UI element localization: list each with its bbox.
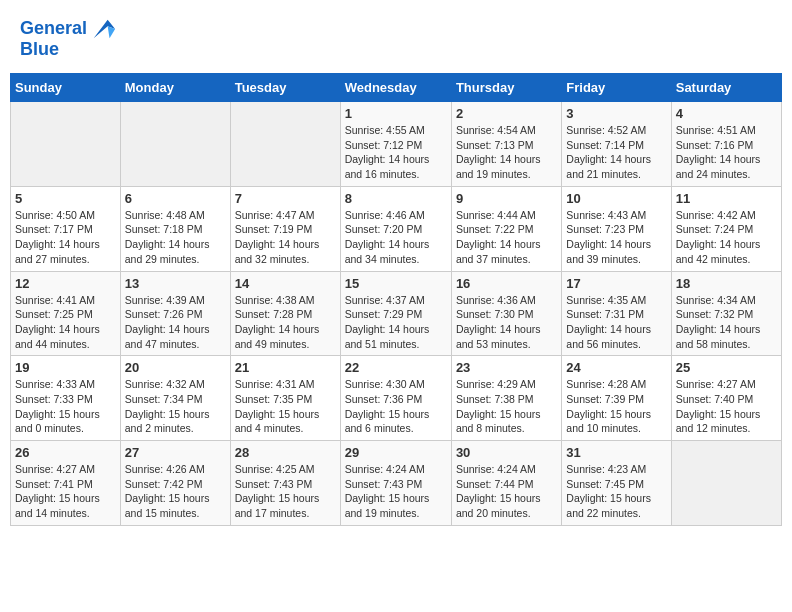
cell-day-number: 15 [345, 276, 447, 291]
cell-info: Sunrise: 4:24 AM Sunset: 7:44 PM Dayligh… [456, 462, 557, 521]
cell-day-number: 29 [345, 445, 447, 460]
day-header-sunday: Sunday [11, 74, 121, 102]
cell-day-number: 30 [456, 445, 557, 460]
cell-info: Sunrise: 4:41 AM Sunset: 7:25 PM Dayligh… [15, 293, 116, 352]
cell-day-number: 6 [125, 191, 226, 206]
calendar-cell: 22Sunrise: 4:30 AM Sunset: 7:36 PM Dayli… [340, 356, 451, 441]
calendar-cell: 30Sunrise: 4:24 AM Sunset: 7:44 PM Dayli… [451, 441, 561, 526]
cell-info: Sunrise: 4:23 AM Sunset: 7:45 PM Dayligh… [566, 462, 666, 521]
cell-day-number: 3 [566, 106, 666, 121]
calendar-cell: 12Sunrise: 4:41 AM Sunset: 7:25 PM Dayli… [11, 271, 121, 356]
cell-day-number: 11 [676, 191, 777, 206]
cell-day-number: 14 [235, 276, 336, 291]
cell-info: Sunrise: 4:34 AM Sunset: 7:32 PM Dayligh… [676, 293, 777, 352]
day-header-wednesday: Wednesday [340, 74, 451, 102]
cell-info: Sunrise: 4:51 AM Sunset: 7:16 PM Dayligh… [676, 123, 777, 182]
cell-day-number: 9 [456, 191, 557, 206]
calendar-cell: 28Sunrise: 4:25 AM Sunset: 7:43 PM Dayli… [230, 441, 340, 526]
calendar-cell: 14Sunrise: 4:38 AM Sunset: 7:28 PM Dayli… [230, 271, 340, 356]
calendar-cell: 3Sunrise: 4:52 AM Sunset: 7:14 PM Daylig… [562, 102, 671, 187]
calendar-cell: 17Sunrise: 4:35 AM Sunset: 7:31 PM Dayli… [562, 271, 671, 356]
cell-day-number: 22 [345, 360, 447, 375]
calendar-cell: 13Sunrise: 4:39 AM Sunset: 7:26 PM Dayli… [120, 271, 230, 356]
calendar-cell: 2Sunrise: 4:54 AM Sunset: 7:13 PM Daylig… [451, 102, 561, 187]
day-header-saturday: Saturday [671, 74, 781, 102]
day-header-friday: Friday [562, 74, 671, 102]
calendar-cell: 5Sunrise: 4:50 AM Sunset: 7:17 PM Daylig… [11, 186, 121, 271]
cell-info: Sunrise: 4:32 AM Sunset: 7:34 PM Dayligh… [125, 377, 226, 436]
calendar-table: SundayMondayTuesdayWednesdayThursdayFrid… [10, 73, 782, 526]
calendar-cell: 9Sunrise: 4:44 AM Sunset: 7:22 PM Daylig… [451, 186, 561, 271]
cell-day-number: 2 [456, 106, 557, 121]
cell-info: Sunrise: 4:28 AM Sunset: 7:39 PM Dayligh… [566, 377, 666, 436]
cell-day-number: 7 [235, 191, 336, 206]
cell-info: Sunrise: 4:30 AM Sunset: 7:36 PM Dayligh… [345, 377, 447, 436]
header: General Blue [10, 10, 782, 65]
page-wrapper: General Blue SundayMondayTuesdayWednesda… [10, 10, 782, 526]
calendar-week-row: 19Sunrise: 4:33 AM Sunset: 7:33 PM Dayli… [11, 356, 782, 441]
cell-info: Sunrise: 4:46 AM Sunset: 7:20 PM Dayligh… [345, 208, 447, 267]
cell-day-number: 27 [125, 445, 226, 460]
cell-info: Sunrise: 4:27 AM Sunset: 7:41 PM Dayligh… [15, 462, 116, 521]
cell-day-number: 10 [566, 191, 666, 206]
logo-text: General [20, 19, 87, 39]
cell-info: Sunrise: 4:27 AM Sunset: 7:40 PM Dayligh… [676, 377, 777, 436]
cell-day-number: 31 [566, 445, 666, 460]
calendar-week-row: 12Sunrise: 4:41 AM Sunset: 7:25 PM Dayli… [11, 271, 782, 356]
calendar-cell: 31Sunrise: 4:23 AM Sunset: 7:45 PM Dayli… [562, 441, 671, 526]
calendar-cell: 8Sunrise: 4:46 AM Sunset: 7:20 PM Daylig… [340, 186, 451, 271]
calendar-cell: 16Sunrise: 4:36 AM Sunset: 7:30 PM Dayli… [451, 271, 561, 356]
cell-info: Sunrise: 4:35 AM Sunset: 7:31 PM Dayligh… [566, 293, 666, 352]
calendar-cell: 7Sunrise: 4:47 AM Sunset: 7:19 PM Daylig… [230, 186, 340, 271]
cell-info: Sunrise: 4:50 AM Sunset: 7:17 PM Dayligh… [15, 208, 116, 267]
cell-day-number: 20 [125, 360, 226, 375]
cell-day-number: 19 [15, 360, 116, 375]
logo-icon [89, 15, 117, 43]
cell-info: Sunrise: 4:48 AM Sunset: 7:18 PM Dayligh… [125, 208, 226, 267]
cell-day-number: 25 [676, 360, 777, 375]
cell-info: Sunrise: 4:39 AM Sunset: 7:26 PM Dayligh… [125, 293, 226, 352]
calendar-cell: 29Sunrise: 4:24 AM Sunset: 7:43 PM Dayli… [340, 441, 451, 526]
cell-day-number: 16 [456, 276, 557, 291]
calendar-cell: 23Sunrise: 4:29 AM Sunset: 7:38 PM Dayli… [451, 356, 561, 441]
calendar-cell: 21Sunrise: 4:31 AM Sunset: 7:35 PM Dayli… [230, 356, 340, 441]
cell-day-number: 4 [676, 106, 777, 121]
calendar-cell: 27Sunrise: 4:26 AM Sunset: 7:42 PM Dayli… [120, 441, 230, 526]
calendar-cell: 4Sunrise: 4:51 AM Sunset: 7:16 PM Daylig… [671, 102, 781, 187]
cell-info: Sunrise: 4:26 AM Sunset: 7:42 PM Dayligh… [125, 462, 226, 521]
cell-day-number: 5 [15, 191, 116, 206]
calendar-week-row: 1Sunrise: 4:55 AM Sunset: 7:12 PM Daylig… [11, 102, 782, 187]
cell-day-number: 1 [345, 106, 447, 121]
cell-day-number: 23 [456, 360, 557, 375]
cell-day-number: 8 [345, 191, 447, 206]
cell-day-number: 24 [566, 360, 666, 375]
cell-info: Sunrise: 4:25 AM Sunset: 7:43 PM Dayligh… [235, 462, 336, 521]
calendar-cell: 1Sunrise: 4:55 AM Sunset: 7:12 PM Daylig… [340, 102, 451, 187]
calendar-cell: 10Sunrise: 4:43 AM Sunset: 7:23 PM Dayli… [562, 186, 671, 271]
calendar-cell: 19Sunrise: 4:33 AM Sunset: 7:33 PM Dayli… [11, 356, 121, 441]
cell-info: Sunrise: 4:36 AM Sunset: 7:30 PM Dayligh… [456, 293, 557, 352]
calendar-week-row: 26Sunrise: 4:27 AM Sunset: 7:41 PM Dayli… [11, 441, 782, 526]
cell-day-number: 21 [235, 360, 336, 375]
cell-day-number: 26 [15, 445, 116, 460]
cell-info: Sunrise: 4:55 AM Sunset: 7:12 PM Dayligh… [345, 123, 447, 182]
cell-info: Sunrise: 4:24 AM Sunset: 7:43 PM Dayligh… [345, 462, 447, 521]
logo: General Blue [20, 15, 117, 60]
cell-info: Sunrise: 4:47 AM Sunset: 7:19 PM Dayligh… [235, 208, 336, 267]
calendar-cell [120, 102, 230, 187]
day-header-tuesday: Tuesday [230, 74, 340, 102]
cell-day-number: 13 [125, 276, 226, 291]
calendar-cell [671, 441, 781, 526]
calendar-week-row: 5Sunrise: 4:50 AM Sunset: 7:17 PM Daylig… [11, 186, 782, 271]
day-header-thursday: Thursday [451, 74, 561, 102]
cell-info: Sunrise: 4:31 AM Sunset: 7:35 PM Dayligh… [235, 377, 336, 436]
calendar-cell: 25Sunrise: 4:27 AM Sunset: 7:40 PM Dayli… [671, 356, 781, 441]
cell-info: Sunrise: 4:54 AM Sunset: 7:13 PM Dayligh… [456, 123, 557, 182]
cell-day-number: 28 [235, 445, 336, 460]
calendar-cell [11, 102, 121, 187]
cell-info: Sunrise: 4:29 AM Sunset: 7:38 PM Dayligh… [456, 377, 557, 436]
day-header-monday: Monday [120, 74, 230, 102]
calendar-cell: 11Sunrise: 4:42 AM Sunset: 7:24 PM Dayli… [671, 186, 781, 271]
calendar-cell: 6Sunrise: 4:48 AM Sunset: 7:18 PM Daylig… [120, 186, 230, 271]
calendar-cell: 20Sunrise: 4:32 AM Sunset: 7:34 PM Dayli… [120, 356, 230, 441]
